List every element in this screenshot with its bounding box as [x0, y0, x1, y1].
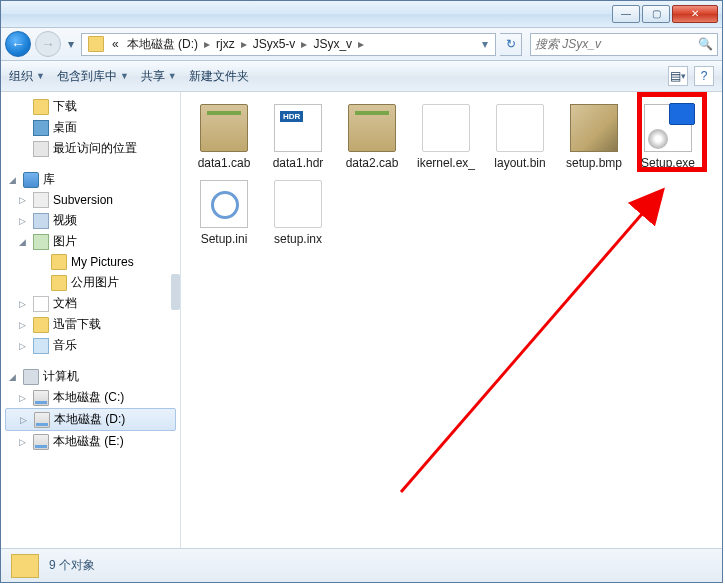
minimize-button[interactable]: —: [612, 5, 640, 23]
chevron-right-icon[interactable]: ▸: [239, 37, 249, 51]
tree-pictures[interactable]: ◢图片: [1, 231, 180, 252]
file-label: data1.hdr: [261, 156, 335, 170]
chevron-right-icon[interactable]: ▸: [356, 37, 366, 51]
tree-drive-c[interactable]: ▷本地磁盘 (C:): [1, 387, 180, 408]
chevron-right-icon[interactable]: ▸: [299, 37, 309, 51]
highlight-annotation: [637, 92, 707, 172]
file-label: ikernel.ex_: [409, 156, 483, 170]
help-icon: ?: [701, 69, 708, 83]
minimize-icon: —: [621, 9, 631, 19]
tree-drive-d[interactable]: ▷本地磁盘 (D:): [5, 408, 176, 431]
breadcrumb-prefix[interactable]: «: [108, 37, 123, 51]
pictures-icon: [33, 234, 49, 250]
file-label: data2.cab: [335, 156, 409, 170]
expand-icon[interactable]: ▷: [19, 393, 26, 403]
tree-music[interactable]: ▷音乐: [1, 335, 180, 356]
tree-computer[interactable]: ◢计算机: [1, 366, 180, 387]
close-button[interactable]: ✕: [672, 5, 718, 23]
tree-thunder[interactable]: ▷迅雷下载: [1, 314, 180, 335]
address-dropdown[interactable]: ▾: [477, 37, 493, 51]
include-in-library-menu[interactable]: 包含到库中 ▼: [57, 68, 129, 85]
tree-drive-e[interactable]: ▷本地磁盘 (E:): [1, 431, 180, 452]
search-icon[interactable]: 🔍: [698, 37, 713, 51]
tree-mypictures[interactable]: My Pictures: [1, 252, 180, 272]
search-box[interactable]: 🔍: [530, 33, 718, 56]
file-bmp-icon: [570, 104, 618, 152]
collapse-icon[interactable]: ◢: [9, 175, 16, 185]
file-ini-icon: [200, 180, 248, 228]
video-icon: [33, 213, 49, 229]
file-item[interactable]: data2.cab: [335, 104, 409, 170]
tree-libraries[interactable]: ◢库: [1, 169, 180, 190]
refresh-button[interactable]: ↻: [500, 33, 522, 56]
file-item[interactable]: Setup.ini: [187, 180, 261, 246]
expand-icon[interactable]: ▷: [20, 415, 27, 425]
expand-icon[interactable]: ▷: [19, 320, 26, 330]
tree-documents[interactable]: ▷文档: [1, 293, 180, 314]
maximize-button[interactable]: ▢: [642, 5, 670, 23]
breadcrumb: « 本地磁盘 (D:) ▸ rjxz ▸ JSyx5-v ▸ JSyx_v ▸: [108, 36, 477, 53]
navbar: ← → ▾ « 本地磁盘 (D:) ▸ rjxz ▸ JSyx5-v ▸ JSy…: [1, 28, 722, 61]
file-item[interactable]: data1.hdr: [261, 104, 335, 170]
toolbar: 组织 ▼ 包含到库中 ▼ 共享 ▼ 新建文件夹 ▤▾ ?: [1, 61, 722, 92]
breadcrumb-item[interactable]: JSyx_v: [309, 37, 356, 51]
breadcrumb-item[interactable]: rjxz: [212, 37, 239, 51]
new-folder-button[interactable]: 新建文件夹: [189, 68, 249, 85]
nav-tree[interactable]: 下载 桌面 最近访问的位置 ◢库 ▷Subversion ▷视频 ◢图片 My …: [1, 92, 181, 548]
history-dropdown[interactable]: ▾: [65, 32, 77, 56]
expand-icon[interactable]: ▷: [19, 341, 26, 351]
arrow-right-icon: →: [41, 36, 55, 52]
address-bar[interactable]: « 本地磁盘 (D:) ▸ rjxz ▸ JSyx5-v ▸ JSyx_v ▸ …: [81, 33, 496, 56]
arrow-left-icon: ←: [11, 36, 25, 52]
folder-icon: [51, 275, 67, 291]
tree-recent[interactable]: 最近访问的位置: [1, 138, 180, 159]
expand-icon[interactable]: ▷: [19, 299, 26, 309]
file-blank-icon: [422, 104, 470, 152]
chevron-right-icon[interactable]: ▸: [202, 37, 212, 51]
view-icon: ▤: [670, 69, 681, 83]
drive-icon: [33, 390, 49, 406]
tree-subversion[interactable]: ▷Subversion: [1, 190, 180, 210]
titlebar[interactable]: — ▢ ✕: [1, 1, 722, 28]
breadcrumb-item[interactable]: JSyx5-v: [249, 37, 300, 51]
view-button[interactable]: ▤▾: [668, 66, 688, 86]
expand-icon[interactable]: ▷: [19, 216, 26, 226]
breadcrumb-item[interactable]: 本地磁盘 (D:): [123, 36, 202, 53]
share-menu[interactable]: 共享 ▼: [141, 68, 177, 85]
file-item[interactable]: data1.cab: [187, 104, 261, 170]
help-button[interactable]: ?: [694, 66, 714, 86]
tree-video[interactable]: ▷视频: [1, 210, 180, 231]
file-cab-icon: [348, 104, 396, 152]
folder-icon: [33, 317, 49, 333]
file-item[interactable]: setup.inx: [261, 180, 335, 246]
documents-icon: [33, 296, 49, 312]
collapse-icon[interactable]: ◢: [9, 372, 16, 382]
file-blank-icon: [496, 104, 544, 152]
file-item[interactable]: ikernel.ex_: [409, 104, 483, 170]
music-icon: [33, 338, 49, 354]
organize-menu[interactable]: 组织 ▼: [9, 68, 45, 85]
folder-icon: [51, 254, 67, 270]
collapse-icon[interactable]: ◢: [19, 237, 26, 247]
file-pane[interactable]: data1.cabdata1.hdrdata2.cabikernel.ex_la…: [181, 92, 722, 548]
tree-publicpics[interactable]: 公用图片: [1, 272, 180, 293]
tree-desktop[interactable]: 桌面: [1, 117, 180, 138]
tree-downloads[interactable]: 下载: [1, 96, 180, 117]
drive-icon: [33, 434, 49, 450]
file-label: layout.bin: [483, 156, 557, 170]
expand-icon[interactable]: ▷: [19, 195, 26, 205]
back-button[interactable]: ←: [5, 31, 31, 57]
expand-icon[interactable]: ▷: [19, 437, 26, 447]
file-label: setup.bmp: [557, 156, 631, 170]
file-blank-icon: [274, 180, 322, 228]
drive-icon: [34, 412, 50, 428]
chevron-down-icon: ▾: [681, 71, 686, 81]
file-item[interactable]: layout.bin: [483, 104, 557, 170]
chevron-down-icon: ▼: [120, 71, 129, 81]
status-bar: 9 个对象: [1, 548, 722, 582]
file-item[interactable]: setup.bmp: [557, 104, 631, 170]
folder-icon: [11, 554, 39, 578]
search-input[interactable]: [535, 37, 694, 51]
folder-icon: [33, 99, 49, 115]
forward-button[interactable]: →: [35, 31, 61, 57]
